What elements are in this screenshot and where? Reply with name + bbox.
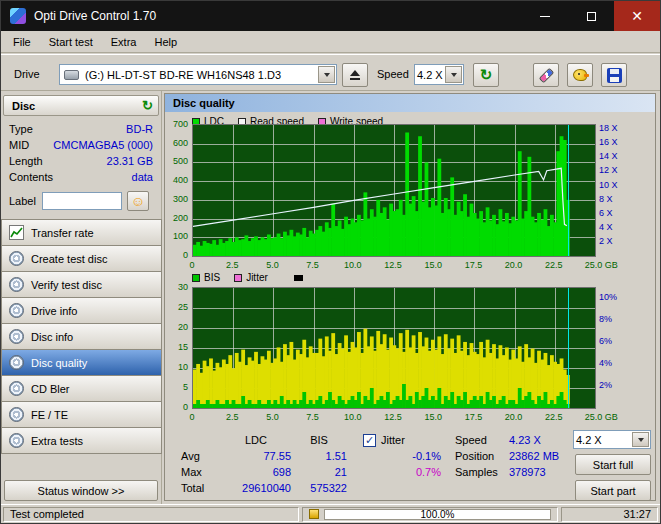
verify-test-disc-icon (9, 277, 24, 292)
legend-label: Jitter (246, 272, 268, 283)
menu-item-extra[interactable]: Extra (102, 33, 146, 51)
menu-item-start-test[interactable]: Start test (40, 33, 102, 51)
minimize-icon (540, 16, 550, 17)
chart2-right-axis: 10%8%6%4%2% (597, 287, 655, 407)
drive-select[interactable]: (G:) HL-DT-ST BD-RE WH16NS48 1.D3 (59, 64, 337, 85)
jitter-checkbox[interactable] (363, 434, 376, 447)
position-row-value: 23862 MB (509, 450, 559, 462)
label-smiley-button[interactable]: ☺ (127, 191, 149, 211)
y-axis-tick: 300 (173, 194, 188, 204)
erase-disc-button[interactable] (533, 63, 559, 87)
bis-column-header: BIS (291, 434, 347, 446)
chevron-down-icon (638, 438, 644, 445)
sidebar-item-drive-info[interactable]: Drive info (1, 297, 162, 324)
samples-row-value: 378973 (509, 466, 559, 478)
speed-select-dropdown-button[interactable] (445, 66, 462, 83)
sidebar-item-extra-tests[interactable]: Extra tests (1, 427, 162, 454)
speed-select-value: 4.2 X (415, 69, 444, 81)
x-axis-tick: 22.5 (545, 260, 563, 270)
sidebar-item-create-test-disc[interactable]: Create test disc (1, 245, 162, 272)
menu-item-file[interactable]: File (4, 33, 40, 51)
y2-axis-tick: 2 X (599, 236, 613, 246)
status-text: Test completed (3, 507, 299, 522)
test-speed-select[interactable]: 4.2 X (573, 430, 651, 449)
test-speed-dropdown-button[interactable] (632, 432, 649, 447)
sidebar-item-fe-te[interactable]: FE / TE (1, 401, 162, 428)
smiley-icon: ☺ (131, 193, 145, 209)
disc-label-input[interactable] (42, 192, 122, 210)
bis-jitter-chart[interactable] (192, 287, 596, 409)
sidebar-item-label: CD Bler (31, 383, 70, 395)
ldc-chart[interactable] (192, 124, 596, 257)
samples-row-label: Samples (455, 466, 509, 478)
disc-info-value: CMCMAGBA5 (000) (53, 139, 153, 151)
menu-item-help[interactable]: Help (145, 33, 186, 51)
progress-segment: 100.0% (302, 507, 558, 522)
total-bis-value: 575322 (291, 482, 347, 494)
sidebar-item-verify-test-disc[interactable]: Verify test disc (1, 271, 162, 298)
y-axis-tick: 25 (178, 302, 188, 312)
close-button[interactable]: ✕ (614, 1, 660, 31)
disc-info-row: Length23.31 GB (3, 153, 159, 169)
y2-axis-tick: 18 X (599, 123, 618, 133)
y-axis-tick: 30 (178, 282, 188, 292)
legend-label: BIS (204, 272, 220, 283)
max-ldc-value: 698 (221, 466, 291, 478)
speed-position-section: Speed 4.23 X Position 23862 MB Samples 3… (455, 432, 559, 480)
jitter-legend-swatch (234, 274, 242, 282)
window-title: Opti Drive Control 1.70 (34, 9, 156, 23)
y-axis-tick: 400 (173, 175, 188, 185)
drive-select-dropdown-button[interactable] (318, 66, 335, 83)
y-axis-tick: 100 (173, 231, 188, 241)
legend-marker (294, 275, 303, 281)
sidebar-item-disc-info[interactable]: Disc info (1, 323, 162, 350)
x-axis-tick: 5.0 (266, 412, 279, 422)
chevron-down-icon (324, 73, 330, 80)
y-axis-tick: 700 (173, 119, 188, 129)
y-axis-tick: 0 (183, 250, 188, 260)
sidebar-item-cd-bler[interactable]: CD Bler (1, 375, 162, 402)
y2-axis-tick: 4 X (599, 222, 613, 232)
eject-icon (350, 70, 360, 76)
sidebar-item-label: Verify test disc (31, 279, 102, 291)
maximize-icon (587, 12, 596, 21)
jitter-checkbox-label: Jitter (381, 434, 405, 446)
disc-info-value: 23.31 GB (107, 155, 153, 167)
save-button[interactable] (601, 63, 627, 87)
refresh-drive-button[interactable]: ↻ (473, 63, 499, 87)
disc-refresh-button[interactable]: ↻ (142, 98, 153, 113)
start-part-button[interactable]: Start part (575, 480, 651, 501)
jitter-max-value: 0.7% (363, 464, 441, 480)
elapsed-time: 31:27 (561, 507, 658, 522)
x-axis-tick: 10.0 (344, 260, 362, 270)
eject-button[interactable] (342, 63, 368, 87)
y2-axis-tick: 14 X (599, 151, 618, 161)
y2-axis-tick: 10 X (599, 180, 618, 190)
disc-quality-icon (9, 355, 24, 370)
sidebar: Disc ↻ TypeBD-RMIDCMCMAGBA5 (000)Length2… (1, 91, 162, 504)
x-axis-tick: 12.5 (384, 260, 402, 270)
x-axis-tick: 7.5 (306, 260, 319, 270)
sidebar-item-transfer-rate[interactable]: Transfer rate (1, 219, 162, 246)
x-axis-tick: 20.0 (505, 412, 523, 422)
start-full-button[interactable]: Start full (575, 454, 651, 475)
sidebar-item-label: Transfer rate (31, 227, 94, 239)
status-window-button[interactable]: Status window >> (4, 480, 158, 501)
speed-select[interactable]: 4.2 X (414, 64, 464, 85)
minimize-button[interactable] (522, 1, 568, 31)
position-row-label: Position (455, 450, 509, 462)
disc-info-label: MID (9, 139, 29, 151)
sidebar-item-label: FE / TE (31, 409, 68, 421)
y-axis-tick: 0 (183, 402, 188, 412)
sidebar-item-label: Disc info (31, 331, 73, 343)
sound-notification-button[interactable] (567, 63, 593, 87)
disc-info-row: MIDCMCMAGBA5 (000) (3, 137, 159, 153)
bis-legend-swatch (192, 274, 200, 282)
maximize-button[interactable] (568, 1, 614, 31)
sidebar-item-disc-quality[interactable]: Disc quality (1, 349, 162, 376)
x-axis-tick: 5.0 (266, 260, 279, 270)
max-bis-value: 21 (291, 466, 347, 478)
sidebar-item-label: Drive info (31, 305, 77, 317)
chart1-x-axis: 02.55.07.510.012.515.017.520.022.525.0 G… (192, 260, 594, 272)
sidebar-item-label: Disc quality (31, 357, 87, 369)
